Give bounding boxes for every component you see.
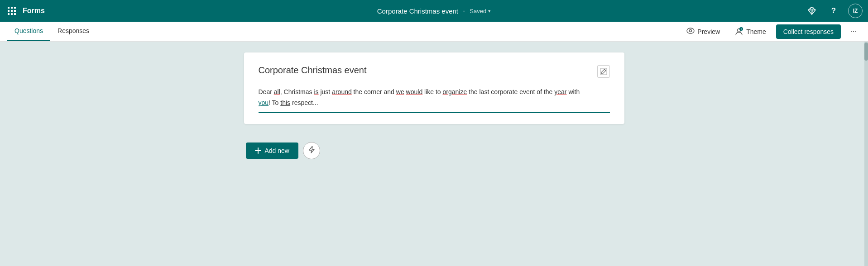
body-text-is: is <box>314 88 318 95</box>
svg-rect-6 <box>8 13 10 15</box>
body-text-the-last: the last corporate event of the <box>467 88 554 95</box>
scrollbar-track[interactable] <box>864 42 868 266</box>
avatar-label: IZ <box>853 8 858 14</box>
body-text-respect: respect... <box>290 99 318 106</box>
body-text-comma: , Christmas <box>280 88 314 95</box>
topbar-center: Corporate Christmas event - Saved ▾ <box>377 7 491 15</box>
body-text-you: you <box>259 99 269 106</box>
main-content: Corporate Christmas event Dear all, Chri… <box>0 42 868 266</box>
edit-icon-button[interactable] <box>597 65 610 78</box>
collect-responses-button[interactable]: Collect responses <box>776 24 841 39</box>
saved-status: Saved ▾ <box>470 8 491 14</box>
user-avatar[interactable]: IZ <box>848 4 863 18</box>
form-card-body: Dear all, Christmas is just around the c… <box>259 87 610 113</box>
body-text-we: we <box>396 88 404 95</box>
body-text-dear: Dear <box>259 88 274 95</box>
help-icon: ? <box>831 6 836 15</box>
form-card-header: Corporate Christmas event <box>259 65 610 78</box>
saved-label: Saved <box>470 8 486 14</box>
body-text-like: like to <box>422 88 442 95</box>
theme-button[interactable]: i Theme <box>730 24 771 39</box>
body-text-around: around <box>332 88 352 95</box>
body-text-excl: ! To <box>269 99 280 106</box>
saved-chevron[interactable]: ▾ <box>488 8 491 14</box>
topbar-right-actions: ? IZ <box>805 4 863 18</box>
svg-point-14 <box>690 29 692 32</box>
tab-responses[interactable]: Responses <box>50 22 96 41</box>
svg-rect-4 <box>11 10 13 12</box>
topbar: Forms Corporate Christmas event - Saved … <box>0 0 868 22</box>
body-text-the-corner: the corner and <box>352 88 396 95</box>
add-new-label: Add new <box>265 147 289 154</box>
more-icon: ··· <box>850 27 857 36</box>
svg-point-13 <box>687 28 694 33</box>
theme-label: Theme <box>746 28 766 35</box>
lightning-icon <box>308 146 315 155</box>
subnav-tabs: Questions Responses <box>7 22 96 41</box>
app-grid-icon[interactable] <box>5 5 18 17</box>
preview-button[interactable]: Preview <box>682 25 724 38</box>
svg-rect-0 <box>8 7 10 9</box>
body-text-this: this <box>280 99 290 106</box>
form-container: Corporate Christmas event Dear all, Chri… <box>244 52 624 255</box>
lightning-button[interactable] <box>303 142 320 159</box>
svg-rect-8 <box>14 13 16 15</box>
body-text-all: all <box>274 88 280 95</box>
body-text-with: with <box>567 88 580 95</box>
body-text-year: year <box>554 88 566 95</box>
theme-icon: i <box>734 27 743 36</box>
subnav: Questions Responses Preview <box>0 22 868 42</box>
svg-rect-1 <box>11 7 13 9</box>
add-new-button[interactable]: Add new <box>246 142 298 159</box>
scrollbar-thumb[interactable] <box>864 43 868 61</box>
subnav-right-actions: Preview i Theme Collect responses ··· <box>682 24 861 39</box>
svg-rect-3 <box>8 10 10 12</box>
diamond-icon-button[interactable] <box>805 4 819 18</box>
form-card-title: Corporate Christmas event <box>259 65 367 76</box>
help-icon-button[interactable]: ? <box>826 4 841 18</box>
actions-row: Add new <box>244 142 624 159</box>
form-name: Corporate Christmas event <box>377 7 458 15</box>
preview-eye-icon <box>686 28 695 36</box>
app-title: Forms <box>23 7 45 15</box>
svg-rect-2 <box>14 7 16 9</box>
topbar-separator: - <box>463 7 465 15</box>
svg-rect-7 <box>11 13 13 15</box>
body-text-would: would <box>406 88 423 95</box>
svg-text:i: i <box>741 28 742 31</box>
svg-rect-5 <box>14 10 16 12</box>
body-text-organize: organize <box>443 88 467 95</box>
form-card: Corporate Christmas event Dear all, Chri… <box>244 52 624 124</box>
body-text-just: just <box>319 88 332 95</box>
preview-label: Preview <box>697 28 720 35</box>
tab-questions[interactable]: Questions <box>7 22 50 41</box>
more-options-button[interactable]: ··· <box>846 24 861 39</box>
